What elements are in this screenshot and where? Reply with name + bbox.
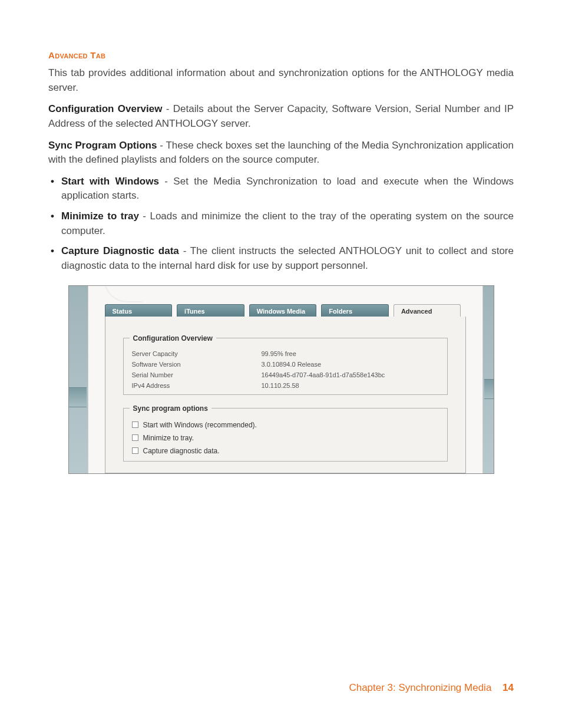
- tab-bar: Status iTunes Windows Media Folders Adva…: [105, 304, 466, 317]
- tab-advanced[interactable]: Advanced: [394, 304, 461, 317]
- intro-paragraph: This tab provides additional information…: [48, 66, 514, 95]
- section-heading: Advanced Tab: [48, 50, 514, 60]
- config-overview-label: Configuration Overview: [48, 103, 162, 114]
- chapter-label: Chapter 3: Synchronizing Media: [349, 682, 491, 693]
- checkbox-label: Capture diagnostic data.: [143, 447, 220, 455]
- table-row: IPv4 Address 10.110.25.58: [124, 380, 447, 391]
- row-value: 99.95% free: [262, 350, 447, 357]
- bullet-label: Capture Diagnostic data: [61, 245, 179, 256]
- sync-options-group: Sync program options Start with Windows …: [123, 404, 448, 462]
- table-row: Software Version 3.0.10894.0 Release: [124, 359, 447, 370]
- config-overview-group: Configuration Overview Server Capacity 9…: [123, 334, 448, 395]
- tab-status[interactable]: Status: [105, 304, 173, 317]
- checkbox-minimize-to-tray[interactable]: [132, 434, 138, 441]
- checkbox-row: Minimize to tray.: [124, 431, 447, 444]
- tab-folders[interactable]: Folders: [321, 304, 389, 317]
- decorative-side: [69, 387, 87, 407]
- app-screenshot: Status iTunes Windows Media Folders Adva…: [68, 285, 494, 474]
- checkbox-label: Start with Windows (recommended).: [143, 421, 257, 429]
- row-label: Software Version: [132, 361, 262, 368]
- app-panel: Status iTunes Windows Media Folders Adva…: [88, 286, 483, 473]
- group-legend: Sync program options: [130, 404, 211, 413]
- sync-options-paragraph: Sync Program Options - These check boxes…: [48, 139, 514, 167]
- checkbox-capture-diagnostic[interactable]: [132, 447, 138, 454]
- page-number: 14: [503, 682, 514, 693]
- config-overview-paragraph: Configuration Overview - Details about t…: [48, 102, 514, 131]
- row-label: Serial Number: [132, 371, 262, 378]
- list-item: Minimize to tray - Loads and minimize th…: [61, 209, 514, 238]
- tab-windows-media[interactable]: Windows Media: [249, 304, 317, 317]
- checkbox-start-with-windows[interactable]: [132, 421, 138, 428]
- row-label: IPv4 Address: [132, 382, 262, 389]
- row-value: 10.110.25.58: [262, 382, 447, 389]
- sync-options-label: Sync Program Options: [48, 140, 157, 151]
- decorative-side: [484, 379, 494, 399]
- list-item: Capture Diagnostic data - The client ins…: [61, 244, 514, 273]
- table-row: Server Capacity 99.95% free: [124, 348, 447, 359]
- tab-content: Configuration Overview Server Capacity 9…: [105, 317, 466, 473]
- bullet-label: Start with Windows: [61, 176, 159, 187]
- checkbox-row: Start with Windows (recommended).: [124, 419, 447, 431]
- table-row: Serial Number 16449a45-d707-4aa8-91d1-d7…: [124, 370, 447, 380]
- bullet-label: Minimize to tray: [61, 210, 139, 222]
- decorative-curve: [104, 285, 143, 302]
- list-item: Start with Windows - Set the Media Synch…: [61, 174, 514, 203]
- checkbox-label: Minimize to tray.: [143, 434, 194, 442]
- group-legend: Configuration Overview: [130, 334, 216, 342]
- page-footer: Chapter 3: Synchronizing Media 14: [349, 682, 514, 694]
- tab-itunes[interactable]: iTunes: [177, 304, 244, 317]
- row-value: 16449a45-d707-4aa8-91d1-d7a558e143bc: [262, 371, 447, 378]
- row-label: Server Capacity: [132, 350, 262, 357]
- row-value: 3.0.10894.0 Release: [262, 361, 447, 368]
- checkbox-row: Capture diagnostic data.: [124, 444, 447, 457]
- options-bullet-list: Start with Windows - Set the Media Synch…: [48, 174, 514, 274]
